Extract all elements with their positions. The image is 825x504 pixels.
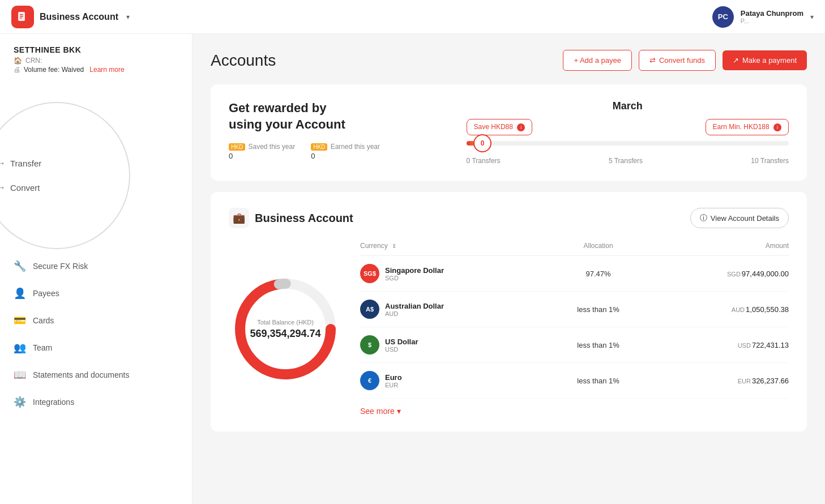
sidebar-item-payees[interactable]: 👤 Payees: [0, 280, 192, 307]
transfer-action[interactable]: → Transfer: [0, 154, 129, 173]
allocation-col-header: Allocation: [550, 242, 646, 250]
svg-rect-2: [20, 16, 23, 17]
user-info: Pataya Chunprom P...: [741, 9, 803, 24]
convert-label: Convert: [10, 183, 40, 193]
currency-info-usd: $ US Dollar USD: [360, 335, 550, 354]
user-dropdown-arrow[interactable]: ▾: [810, 13, 814, 21]
table-header: Currency ⇕ Allocation Amount: [360, 242, 789, 256]
view-account-details-button[interactable]: ⓘ View Account Details: [690, 208, 789, 228]
currency-col-header: Currency ⇕: [360, 242, 550, 250]
svg-rect-1: [20, 14, 23, 15]
aud-badge: A$: [360, 300, 379, 319]
make-payment-button[interactable]: ↗ Make a payment: [723, 50, 807, 70]
header-actions: + Add a payee ⇄ Convert funds ↗ Make a p…: [563, 50, 807, 71]
usd-badge: $: [360, 335, 379, 354]
account-content: Total Balance (HKD) 569,354,294.74 Curre…: [229, 242, 789, 416]
sidebar-item-label: Team: [33, 343, 52, 352]
earned-value: 0: [311, 152, 380, 160]
convert-funds-label: Convert funds: [659, 56, 705, 65]
sidebar-item-integrations[interactable]: ⚙️ Integrations: [0, 388, 192, 416]
usd-allocation: less than 1%: [550, 341, 646, 349]
account-card-header: 💼 Business Account ⓘ View Account Detail…: [229, 208, 789, 228]
brand-dropdown-arrow[interactable]: ▾: [126, 13, 130, 21]
rewards-right: March Save HKD88 i Earn Min. HKD188 i 0: [467, 100, 789, 165]
sgd-amount: SGD97,449,000.00: [646, 270, 789, 278]
rewards-title: Get rewarded by using your Account: [229, 100, 444, 133]
convert-icon: ↔: [0, 182, 6, 194]
sidebar-item-label: Cards: [33, 316, 54, 325]
progress-circle: 0: [473, 134, 491, 152]
table-row: € Euro EUR less than 1% EUR326,237.66: [360, 363, 789, 399]
sidebar: SETTHINEE BKK 🏠 CRN: 🖨 Volume fee: Waive…: [0, 34, 193, 504]
top-navigation: Business Account ▾ PC Pataya Chunprom P.…: [0, 0, 825, 34]
sidebar-item-label: Statements and documents: [33, 370, 129, 379]
aud-amount: AUD1,050,550.38: [646, 305, 789, 314]
save-info-dot[interactable]: i: [517, 123, 525, 131]
hkd-badge-saved: HKD: [229, 143, 245, 151]
progress-labels: 0 Transfers 5 Transfers 10 Transfers: [467, 157, 789, 165]
currency-info-sgd: SG$ Singapore Dollar SGD: [360, 264, 550, 283]
sgd-badge: SG$: [360, 264, 379, 283]
see-more-arrow: ▾: [397, 407, 401, 416]
rewards-stats: HKD Saved this year 0 HKD Earned this ye…: [229, 143, 444, 160]
amount-col-header: Amount: [646, 242, 789, 250]
usd-amount: USD722,431.13: [646, 341, 789, 349]
company-name: SETTHINEE BKK: [14, 45, 178, 54]
currency-table: Currency ⇕ Allocation Amount SG$ Singapo…: [360, 242, 789, 416]
donut-label: Total Balance (HKD): [250, 318, 320, 325]
currency-info-aud: A$ Australian Dollar AUD: [360, 300, 550, 319]
convert-funds-icon: ⇄: [649, 56, 656, 65]
sidebar-item-team[interactable]: 👥 Team: [0, 334, 192, 361]
account-icon: 💼: [229, 208, 249, 228]
sidebar-item-label: Secure FX Risk: [33, 262, 88, 271]
main-content: Accounts + Add a payee ⇄ Convert funds ↗…: [193, 34, 825, 504]
usd-details: US Dollar USD: [385, 338, 418, 353]
eur-details: Euro EUR: [385, 373, 402, 388]
page-title: Accounts: [211, 52, 276, 70]
view-details-label: View Account Details: [711, 214, 779, 223]
sidebar-item-label: Integrations: [33, 398, 74, 407]
sidebar-item-statements[interactable]: 📖 Statements and documents: [0, 361, 192, 388]
eur-allocation: less than 1%: [550, 377, 646, 385]
fee-icon: 🖨: [14, 66, 20, 74]
saved-stat: HKD Saved this year 0: [229, 143, 295, 160]
aud-details: Australian Dollar AUD: [385, 302, 444, 317]
earned-stat: HKD Earned this year 0: [311, 143, 380, 160]
earn-info-dot[interactable]: i: [773, 123, 781, 131]
account-card-title: 💼 Business Account: [229, 208, 353, 228]
convert-action[interactable]: ↔ Convert: [0, 178, 129, 197]
donut-center: Total Balance (HKD) 569,354,294.74: [250, 318, 320, 339]
add-payee-button[interactable]: + Add a payee: [563, 50, 632, 71]
convert-funds-button[interactable]: ⇄ Convert funds: [639, 50, 716, 71]
currency-sort-icon[interactable]: ⇕: [392, 243, 396, 249]
sidebar-item-cards[interactable]: 💳 Cards: [0, 307, 192, 334]
accounts-header: Accounts + Add a payee ⇄ Convert funds ↗…: [211, 50, 807, 71]
user-sub: P...: [741, 18, 803, 24]
rewards-month: March: [467, 100, 789, 112]
aud-allocation: less than 1%: [550, 305, 646, 314]
rewards-card: Get rewarded by using your Account HKD S…: [211, 84, 807, 181]
company-info: SETTHINEE BKK 🏠 CRN: 🖨 Volume fee: Waive…: [0, 45, 192, 83]
milestone-row: Save HKD88 i Earn Min. HKD188 i: [467, 119, 789, 135]
brand-name: Business Account: [40, 12, 118, 22]
sgd-allocation: 97.47%: [550, 270, 646, 278]
hkd-badge-earned: HKD: [311, 143, 327, 151]
table-row: $ US Dollar USD less than 1% USD722,431.…: [360, 327, 789, 363]
table-row: A$ Australian Dollar AUD less than 1% AU…: [360, 292, 789, 327]
avatar: PC: [712, 6, 734, 28]
payment-icon: ↗: [733, 56, 739, 65]
sidebar-item-secure-fx[interactable]: 🔧 Secure FX Risk: [0, 253, 192, 280]
donut-value: 569,354,294.74: [250, 327, 320, 339]
milestone-save: Save HKD88 i: [467, 119, 533, 135]
table-row: SG$ Singapore Dollar SGD 97.47% SGD97,44…: [360, 256, 789, 292]
sidebar-item-label: Payees: [33, 289, 59, 298]
integrations-icon: ⚙️: [14, 396, 26, 408]
see-more-label: See more: [360, 407, 395, 416]
learn-more-link[interactable]: Learn more: [89, 66, 124, 74]
secure-fx-icon: 🔧: [14, 260, 26, 272]
transfer-label: Transfer: [10, 159, 41, 168]
see-more-button[interactable]: See more ▾: [360, 407, 789, 416]
milestone-earn: Earn Min. HKD188 i: [706, 119, 789, 135]
info-icon: ⓘ: [700, 213, 707, 223]
user-name: Pataya Chunprom: [741, 9, 803, 18]
